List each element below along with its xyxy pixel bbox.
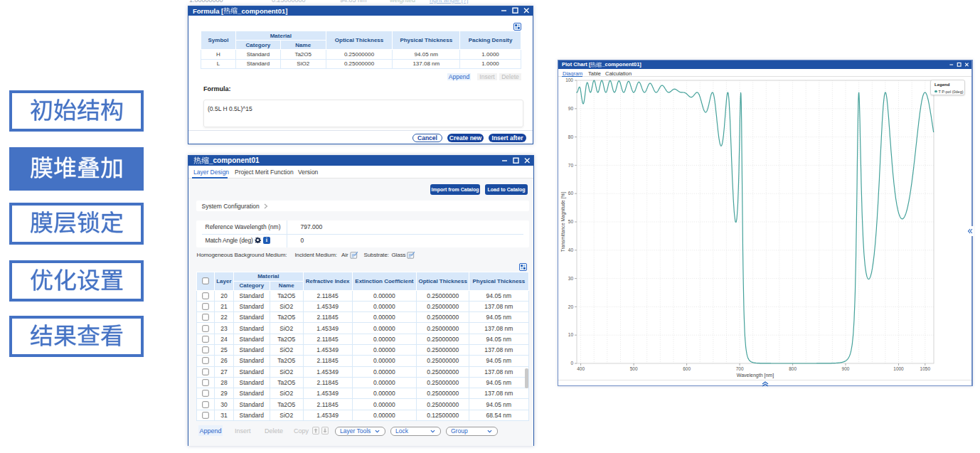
svg-text:100: 100 <box>565 78 573 82</box>
svg-text:30: 30 <box>568 276 574 281</box>
svg-text:Transmittance Magnitude [%]: Transmittance Magnitude [%] <box>560 192 566 252</box>
svg-text:700: 700 <box>736 366 744 371</box>
svg-text:900: 900 <box>842 366 850 371</box>
svg-text:Wavelength [nm]: Wavelength [nm] <box>737 373 774 378</box>
svg-text:1050: 1050 <box>920 366 931 371</box>
svg-text:500: 500 <box>630 366 638 371</box>
svg-text:50: 50 <box>568 219 574 224</box>
svg-text:90: 90 <box>568 106 574 111</box>
svg-text:400: 400 <box>577 366 585 371</box>
svg-text:80: 80 <box>568 134 574 139</box>
svg-text:40: 40 <box>568 247 574 252</box>
svg-text:600: 600 <box>683 366 691 371</box>
svg-text:10: 10 <box>568 332 574 337</box>
svg-text:0: 0 <box>570 361 573 366</box>
svg-text:800: 800 <box>789 366 797 371</box>
svg-text:20: 20 <box>568 304 574 309</box>
svg-text:60: 60 <box>568 191 574 196</box>
svg-text:1000: 1000 <box>893 366 904 371</box>
svg-text:70: 70 <box>568 163 574 168</box>
